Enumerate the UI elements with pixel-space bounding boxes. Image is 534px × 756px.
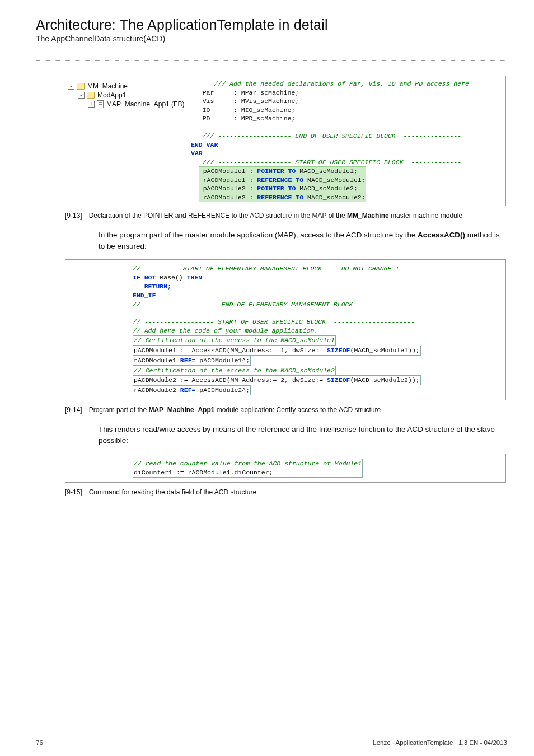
footer-info: Lenze · ApplicationTemplate · 1.3 EN - 0… bbox=[373, 739, 507, 746]
code-comment: // ------------------- END OF ELEMENTARY… bbox=[133, 301, 438, 308]
code-keyword: THEN bbox=[187, 274, 203, 281]
page-footer: 76 Lenze · ApplicationTemplate · 1.3 EN … bbox=[0, 739, 534, 746]
figure-9-14: // --------- START OF ELEMENTARY MANAGEM… bbox=[65, 259, 506, 400]
boxed-line: pACDModule1 := AccessACD(MM_Address:= 1,… bbox=[133, 346, 421, 356]
expand-icon: + bbox=[88, 101, 95, 108]
caption-text: Declaration of the POINTER and REFERENCE… bbox=[89, 212, 462, 220]
boxed-line: // Certification of the access to the MA… bbox=[133, 366, 336, 376]
tree-row: - MM_Machine bbox=[68, 82, 185, 91]
divider-dashes: _ _ _ _ _ _ _ _ _ _ _ _ _ _ _ _ _ _ _ _ … bbox=[36, 53, 507, 61]
figure-9-15: // read the counter value from the ACD s… bbox=[65, 454, 506, 483]
file-icon bbox=[97, 100, 104, 108]
code-comment: // --------- START OF ELEMENTARY MANAGEM… bbox=[133, 265, 438, 272]
page-subtitle: The AppChannelData structure(ACD) bbox=[36, 34, 507, 43]
code-comment: // Add here the code of your module appl… bbox=[133, 327, 318, 334]
code-declarations: /// Add the needed declarations of Par, … bbox=[191, 78, 505, 203]
code-keyword: IF NOT bbox=[133, 274, 156, 281]
code-comment: // Certification of the access to the MA… bbox=[134, 337, 335, 344]
code-comment: /// Add the needed declarations of Par, … bbox=[191, 80, 469, 87]
paragraph: In the program part of the master module… bbox=[99, 230, 506, 251]
code-keyword: END_IF bbox=[133, 292, 156, 299]
code-keyword: RETURN; bbox=[133, 283, 171, 290]
tree-row: - ModApp1 bbox=[68, 91, 185, 100]
project-tree: - MM_Machine - ModApp1 + MAP_Machine_App… bbox=[68, 78, 185, 203]
figure-9-13: - MM_Machine - ModApp1 + MAP_Machine_App… bbox=[65, 76, 506, 206]
boxed-line: rACDModule1 REF= pACDModule1^; bbox=[133, 356, 251, 366]
tree-label: MM_Machine bbox=[87, 82, 128, 90]
code-keyword: VAR bbox=[191, 150, 203, 157]
boxed-line: rACDModule2 REF= pACDModule2^; bbox=[133, 385, 251, 395]
collapse-icon: - bbox=[68, 83, 74, 90]
caption-tag: [9-15] bbox=[65, 488, 82, 496]
page-number: 76 bbox=[36, 739, 43, 746]
caption-text: Command for reading the data field of th… bbox=[89, 488, 257, 496]
page-title: Architecture: The ApplicationTemplate in… bbox=[36, 17, 507, 33]
highlighted-block: pACDModule1 : POINTER TO MACD_scModule1;… bbox=[199, 166, 366, 202]
folder-icon bbox=[77, 83, 85, 90]
boxed-line: // Certification of the access to the MA… bbox=[133, 335, 336, 346]
code-comment: /// ------------------- END OF USER SPEC… bbox=[203, 132, 461, 139]
boxed-line: pACDModule2 := AccessACD(MM_Address:= 2,… bbox=[133, 375, 421, 385]
tree-label: ModApp1 bbox=[97, 91, 126, 99]
tree-label: MAP_Machine_App1 (FB) bbox=[106, 100, 184, 108]
paragraph: This renders read/write access by means … bbox=[99, 424, 506, 446]
tree-row: + MAP_Machine_App1 (FB) bbox=[68, 100, 185, 109]
caption-text: Program part of the MAP_Machine_App1 mod… bbox=[89, 406, 381, 414]
folder-icon bbox=[87, 92, 95, 99]
code-keyword: END_VAR bbox=[191, 141, 218, 148]
code-comment: /// ------------------- START OF USER SP… bbox=[203, 158, 461, 166]
caption-tag: [9-13] bbox=[65, 212, 82, 220]
code-comment: // ------------------ START OF USER SPEC… bbox=[133, 318, 415, 325]
collapse-icon: - bbox=[78, 92, 85, 99]
caption-tag: [9-14] bbox=[65, 406, 82, 414]
code-comment: // Certification of the access to the MA… bbox=[134, 367, 335, 374]
code-comment: // read the counter value from the ACD s… bbox=[134, 460, 362, 467]
boxed-line: // read the counter value from the ACD s… bbox=[133, 459, 363, 478]
